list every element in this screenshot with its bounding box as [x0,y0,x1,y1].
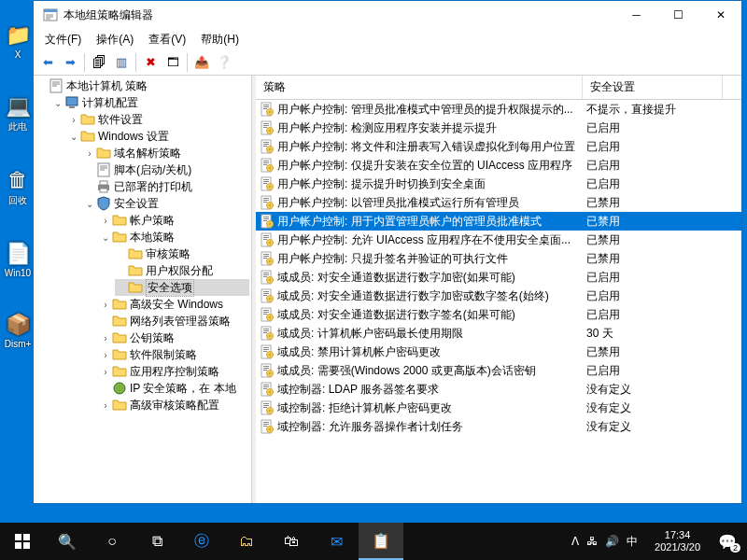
tree-local[interactable]: ⌄本地策略 [99,229,249,245]
close-button[interactable]: ✕ [699,1,741,29]
tree-twist-icon[interactable]: › [99,400,112,411]
system-tray[interactable]: ᐱ 🖧 🔊 中 [562,534,647,550]
tree-twist-icon[interactable]: › [99,216,112,226]
explorer-taskbar-icon[interactable]: 🗂 [224,523,269,560]
policy-row[interactable]: 域成员: 对安全通道数据进行数字加密(如果可能) 已启用 [256,268,741,287]
tree-security-options[interactable]: 安全选项 [115,279,249,296]
tree-twist-icon[interactable]: › [99,333,112,343]
tree-twist-icon[interactable]: ⌄ [99,232,112,243]
column-setting[interactable]: 安全设置 [583,76,723,99]
desktop-icon[interactable]: 📁X [0,23,35,60]
menu-item[interactable]: 文件(F) [37,30,89,49]
tree-dns[interactable]: ›域名解析策略 [83,145,249,161]
tree-root[interactable]: 本地计算机 策略 [35,77,249,94]
policy-row[interactable]: 用户帐户控制: 用于内置管理员帐户的管理员批准模式 已禁用 [256,212,741,231]
help-button[interactable]: ❔ [214,52,234,73]
tree-twist-icon[interactable]: ⌄ [67,132,80,142]
tree-netlist[interactable]: 网络列表管理器策略 [99,313,249,329]
tree-appcontrol[interactable]: ›应用程序控制策略 [99,363,249,380]
clock[interactable]: 17:34 2021/3/20 [647,529,708,553]
policy-row[interactable]: 用户帐户控制: 管理员批准模式中管理员的提升权限提示的... 不提示，直接提升 [256,100,741,119]
edge-taskbar-icon[interactable]: ⓔ [179,523,224,560]
policy-row[interactable]: 域成员: 禁用计算机帐户密码更改 已禁用 [256,343,741,361]
tree-twist-icon[interactable]: › [83,148,96,159]
tree-security[interactable]: ⌄安全设置 [83,195,249,212]
policy-row[interactable]: 域控制器: LDAP 服务器签名要求 没有定义 [256,380,741,399]
svg-rect-15 [263,106,269,107]
tree-firewall[interactable]: ›高级安全 Windows [99,296,249,313]
policy-row[interactable]: 用户帐户控制: 仅提升安装在安全位置的 UIAccess 应用程序 已启用 [256,156,741,175]
policy-row[interactable]: 用户帐户控制: 以管理员批准模式运行所有管理员 已禁用 [256,193,741,212]
menu-item[interactable]: 操作(A) [89,30,141,49]
tray-chevron-icon[interactable]: ᐱ [571,535,579,548]
forward-button[interactable]: ➡ [60,52,80,73]
desktop-icon[interactable]: 📄Win10 [0,242,35,278]
tree-computer-config[interactable]: ⌄计算机配置 [51,94,249,111]
export-button[interactable]: 📤 [191,52,212,73]
policy-name: 域成员: 对安全通道数据进行数字加密或数字签名(始终) [277,288,549,304]
tree-software[interactable]: ›软件设置 [67,111,249,128]
policy-setting: 已禁用 [583,214,723,230]
tree-advaudit[interactable]: ›高级审核策略配置 [99,397,249,413]
tree-account[interactable]: ›帐户策略 [99,212,249,229]
svg-rect-71 [263,314,267,315]
policy-row[interactable]: 用户帐户控制: 提示提升时切换到安全桌面 已启用 [256,175,741,193]
policy-row[interactable]: 用户帐户控制: 检测应用程序安装并提示提升 已启用 [256,119,741,137]
minimize-button[interactable]: ─ [615,1,657,29]
tree-printers[interactable]: 已部署的打印机 [83,178,249,195]
gpedit-taskbar-icon[interactable]: 📋 [359,523,403,560]
tree-softrestrict[interactable]: ›软件限制策略 [99,346,249,363]
cortana-button[interactable]: ○ [90,523,134,560]
volume-icon[interactable]: 🔊 [605,535,619,548]
properties-button[interactable]: 🗔 [162,52,183,73]
tree-pubkey[interactable]: ›公钥策略 [99,329,249,346]
list-panel[interactable]: 策略 安全设置 用户帐户控制: 管理员批准模式中管理员的提升权限提示的... 不… [256,76,741,503]
network-icon[interactable]: 🖧 [586,535,598,548]
tree-scripts[interactable]: 脚本(启动/关机) [83,161,249,178]
tree-ipsec[interactable]: IP 安全策略，在 本地 [99,380,249,397]
titlebar[interactable]: 本地组策略编辑器 ─ ☐ ✕ [34,1,741,29]
policy-row[interactable]: 域成员: 对安全通道数据进行数字签名(如果可能) 已启用 [256,305,741,324]
desktop-icon[interactable]: 📦Dism+ [0,313,35,349]
policy-row[interactable]: 域成员: 计算机帐户密码最长使用期限 30 天 [256,324,741,343]
desktop-icon[interactable]: 🗑回收 [0,168,35,207]
folder-icon [112,230,127,245]
tree-twist-icon[interactable]: › [67,115,80,125]
policy-row[interactable]: 域控制器: 允许服务器操作者计划任务 没有定义 [256,417,741,436]
back-button[interactable]: ⬅ [37,52,58,73]
start-button[interactable] [0,523,45,560]
svg-rect-21 [263,127,267,128]
up-button[interactable]: 🗐 [89,52,109,73]
ime-indicator[interactable]: 中 [627,534,638,550]
store-taskbar-icon[interactable]: 🛍 [269,523,314,560]
tree-twist-icon[interactable]: › [99,367,112,377]
policy-row[interactable]: 域成员: 对安全通道数据进行数字加密或数字签名(始终) 已启用 [256,287,741,305]
action-center-button[interactable]: 💬2 [708,523,747,560]
menu-item[interactable]: 查看(V) [141,30,193,49]
policy-tree[interactable]: 本地计算机 策略 ⌄计算机配置 ›软件设置 ⌄Windows 设置 ›域名解析策… [35,77,249,413]
tree-windows[interactable]: ⌄Windows 设置 [67,128,249,145]
tree-twist-icon[interactable]: › [99,350,112,360]
tree-twist-icon[interactable]: ⌄ [83,199,96,209]
maximize-button[interactable]: ☐ [657,1,699,29]
policy-row[interactable]: 用户帐户控制: 只提升签名并验证的可执行文件 已禁用 [256,249,741,268]
tree-twist-icon[interactable]: › [99,300,112,310]
mail-taskbar-icon[interactable]: ✉ [314,523,359,560]
policy-row[interactable]: 域成员: 需要强(Windows 2000 或更高版本)会话密钥 已启用 [256,361,741,380]
tree-user-rights[interactable]: 用户权限分配 [115,262,249,279]
policy-row[interactable]: 域控制器: 拒绝计算机帐户密码更改 没有定义 [256,399,741,417]
tree-twist-icon[interactable]: ⌄ [51,98,64,108]
tree-audit[interactable]: 审核策略 [115,245,249,262]
folder-icon [112,330,127,345]
show-hide-tree-button[interactable]: ▥ [111,52,132,73]
taskview-button[interactable]: ⧉ [134,523,179,560]
svg-rect-54 [263,254,269,255]
tree-panel[interactable]: 本地计算机 策略 ⌄计算机配置 ›软件设置 ⌄Windows 设置 ›域名解析策… [34,76,252,503]
menu-item[interactable]: 帮助(H) [193,30,247,49]
column-policy[interactable]: 策略 [256,76,583,99]
search-button[interactable]: 🔍 [45,523,90,560]
delete-button[interactable]: ✖ [140,52,161,73]
policy-row[interactable]: 用户帐户控制: 将文件和注册表写入错误虚拟化到每用户位置 已启用 [256,137,741,156]
desktop-icon[interactable]: 💻此电 [0,94,35,133]
policy-row[interactable]: 用户帐户控制: 允许 UIAccess 应用程序在不使用安全桌面... 已禁用 [256,231,741,249]
